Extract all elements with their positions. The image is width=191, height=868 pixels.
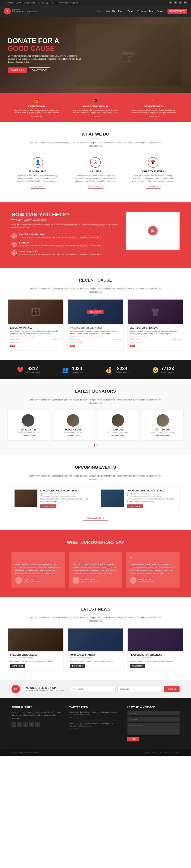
- twitter-icon[interactable]: t: [174, 1, 177, 4]
- footer-link-about[interactable]: About: [152, 751, 157, 753]
- testimonial-3-name: MARTINA DOE: [138, 579, 154, 581]
- address: 📍 Orlando, FL 32006, United States: [4, 2, 35, 4]
- footer-link-features[interactable]: Features: [164, 751, 171, 753]
- donator-4-role: Senior company owner, Sydney: [146, 431, 180, 433]
- footer: ABOUT CHARITY Lorem ipsum dolor sit amet…: [0, 698, 191, 749]
- navbar: ♥ CHARITY HUMANITARIAN FOUNDATION Home A…: [0, 5, 191, 17]
- footer-link-blog[interactable]: Blog: [159, 751, 162, 753]
- testimonial-1-avatar: [15, 577, 22, 584]
- nav-pages[interactable]: Pages: [118, 10, 124, 12]
- hero-donate-today-button[interactable]: DONATE TODAY: [29, 67, 50, 73]
- cause-education-title: EDUCATION FOR ALL: [10, 327, 61, 329]
- cause-water-text: Lorem ipsum dolor sit amet, consectetur …: [70, 330, 121, 335]
- footer-rss-icon[interactable]: r: [29, 722, 34, 727]
- service-causes-readmore[interactable]: READ MORE: [88, 185, 103, 189]
- service-causes-text: Lorem ipsum dolor sit amet, consectetur …: [73, 174, 118, 183]
- cause-education-date: January 22, 2018: [10, 341, 61, 343]
- stats-bar: ❤️ 4312 No causes solved 👥 1024 Voluntee…: [0, 360, 191, 379]
- news-2-readmore-button[interactable]: READ MORE: [70, 664, 85, 668]
- event-2-title: DONATION FOR HOMELESS PEOPLE: [127, 490, 177, 492]
- service-events-readmore[interactable]: READ MORE: [146, 185, 160, 189]
- stat-saved: 👶 77123 Saved Childrens: [152, 366, 174, 373]
- cause-education-text: Lorem ipsum dolor sit amet, consectetur …: [10, 330, 61, 335]
- help-item-2-content: SUPPORT Lorem ipsum dolor sit amet, cons…: [19, 242, 102, 247]
- donators-grid: CHRIS MARTIN Company Manager, Sydney Don…: [8, 410, 183, 440]
- contact-name-input[interactable]: [127, 711, 180, 715]
- play-button[interactable]: ▶: [148, 226, 158, 236]
- contact-submit-button[interactable]: SEND: [127, 737, 139, 741]
- event-2-enroll-button[interactable]: ENROLL NOW: [127, 504, 143, 508]
- service-events: 📅 CHARITY EVENTS Lorem ipsum dolor sit a…: [127, 153, 180, 192]
- footer-youtube-icon[interactable]: y: [35, 722, 40, 727]
- hero-text: Lorem ipsum dolor sit amet, consectetur …: [8, 55, 84, 64]
- testimonial-3-role: Senior Company Name: [138, 581, 154, 582]
- news-1-title: SHELTER FOR HOMELESS: [10, 654, 61, 656]
- google-icon[interactable]: g+: [179, 1, 182, 4]
- feature-children-link[interactable]: LEARN MORE: [149, 115, 160, 117]
- contact-email-input[interactable]: [127, 717, 180, 721]
- newsletter-email-input[interactable]: [118, 686, 162, 692]
- cause-clothes-raised: Raised: $320: [130, 339, 139, 340]
- testimonials-grid: " Lorem ipsum dolor sit amet, consectetu…: [11, 552, 180, 588]
- nav-events[interactable]: Events: [128, 10, 134, 12]
- footer-facebook-icon[interactable]: f: [11, 722, 16, 727]
- event-2-body: DONATION FOR HOMELESS PEOPLE 📅 JUNE 20, …: [127, 490, 177, 508]
- dot-1[interactable]: [94, 444, 95, 446]
- cause-water-badge[interactable]: DONATE NOW: [87, 310, 103, 314]
- donator-3: JOHN DOE Company Manager, Sydney Donated…: [97, 410, 138, 440]
- stat-volunteers-content: 1024 Volunteers here: [71, 366, 83, 373]
- stat-donations: 💰 8234 Achieved Donations: [105, 366, 130, 373]
- hero-donate-button[interactable]: DONATE NOW: [8, 67, 27, 73]
- news-1-readmore-button[interactable]: READ MORE: [10, 664, 25, 668]
- nav-contact[interactable]: Contact: [157, 10, 164, 12]
- cause-education-label: $40: [10, 345, 15, 347]
- facebook-icon[interactable]: f: [169, 1, 172, 4]
- stat-volunteers: 👥 1024 Volunteers here: [62, 366, 83, 373]
- rss-icon[interactable]: rss: [184, 1, 187, 4]
- testimonial-2-role: Home Company Owner: [81, 581, 97, 582]
- nav-blog[interactable]: Blog: [149, 10, 153, 12]
- news-1-body: SHELTER FOR HOMELESS Posted by: Author |…: [8, 651, 63, 670]
- nav-donate-button[interactable]: DONATE NOW: [167, 9, 187, 13]
- footer-link-contact[interactable]: Contact: [173, 751, 180, 753]
- nav-features[interactable]: Features: [137, 10, 146, 12]
- testimonial-1-text: Lorem ipsum dolor sit amet, consectetur …: [15, 563, 61, 575]
- recent-cause-section: RECENT CAUSE Lorem ipsum dolor sit amet,…: [0, 268, 191, 360]
- footer-link-home[interactable]: Home: [145, 751, 150, 753]
- newsletter-name-input[interactable]: [71, 686, 116, 692]
- events-title: UPCOMING EVENTS: [11, 465, 180, 470]
- nav-about[interactable]: About Us: [106, 10, 115, 12]
- event-1-text: Lorem ipsum dolor sit amet, consectetur …: [40, 498, 90, 503]
- newsletter-title: NEWSLETTER SIGN UP: [26, 686, 65, 689]
- cause-clothes-date: January 22, 2018: [130, 341, 181, 343]
- footer-twitter-icon[interactable]: t: [18, 722, 22, 727]
- news-1: SHELTER FOR HOMELESS Posted by: Author |…: [8, 628, 64, 670]
- cause-education-image: 👨‍👩‍👧: [8, 300, 63, 324]
- testimonial-3-text: Lorem ipsum dolor sit amet, consectetur …: [130, 563, 176, 575]
- feature-donate-link[interactable]: LEARN MORE: [31, 115, 42, 117]
- top-bar: 📍 Orlando, FL 32006, United States 📞 +1 …: [0, 0, 191, 5]
- donator-4: MARTINA DOE Senior company owner, Sydney…: [142, 410, 183, 440]
- news-3-image: [128, 628, 183, 651]
- stat-money-icon: 💰: [105, 367, 112, 373]
- cause-water-label: $40: [70, 345, 75, 347]
- view-all-events-button[interactable]: VIEW ALL EVENTS: [83, 515, 108, 521]
- email: ✉ contact@charity.org: [59, 2, 78, 4]
- events-section: UPCOMING EVENTS Lorem ipsum dolor sit am…: [0, 455, 191, 530]
- news-3-readmore-button[interactable]: READ MORE: [130, 664, 145, 668]
- cause-water-meta: Raised: $660 Goal: $1000: [70, 339, 121, 340]
- testimonials-section: WHAT OUR DONATORS SAY " Lorem ipsum dolo…: [0, 530, 191, 597]
- nav-home[interactable]: Home: [97, 10, 102, 12]
- service-fundraising-readmore[interactable]: READ MORE: [31, 185, 45, 189]
- feature-scholarship-link[interactable]: LEARN MORE: [90, 115, 101, 117]
- testimonial-2-avatar: [72, 577, 79, 584]
- newsletter-subscribe-button[interactable]: Subscribe: [164, 686, 180, 692]
- carousel-dots: [8, 444, 183, 446]
- event-1-enroll-button[interactable]: ENROLL NOW: [40, 504, 56, 508]
- dot-2[interactable]: [96, 444, 98, 446]
- event-1: EDUCATION FOR EVERY CHILDREN 📅 JUNE 20, …: [11, 487, 93, 511]
- contact-message-textarea[interactable]: [127, 723, 180, 735]
- footer-google-icon[interactable]: g: [23, 722, 28, 727]
- cause-clothes-label: $40: [130, 345, 135, 347]
- testimonial-3-author: MARTINA DOE Senior Company Name: [130, 577, 176, 584]
